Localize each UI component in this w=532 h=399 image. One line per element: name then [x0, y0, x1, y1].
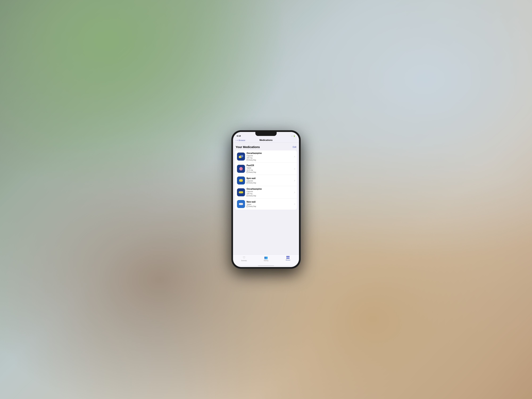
med-schedule: Every Day: [247, 205, 293, 207]
calendar-icon: [247, 206, 248, 207]
chevron-right-icon: ›: [294, 155, 295, 158]
calendar-icon: [247, 159, 248, 161]
med-name: Oxcarbazepine: [247, 152, 293, 154]
tab-summary[interactable]: ♡ Summary: [239, 256, 249, 261]
schedule-text: Every Day: [249, 195, 256, 197]
nav-title: Medications: [260, 139, 272, 141]
chevron-left-icon: ‹: [236, 139, 236, 141]
med-name: PaxiCR: [247, 164, 293, 167]
tab-browse-label: Browse: [286, 259, 290, 261]
med-name: Oxcarbazepine: [247, 188, 293, 190]
table-row[interactable]: Oxcarbazepine Capsule 150 mg Every Day ›: [235, 186, 297, 198]
chevron-right-icon: ›: [294, 203, 295, 205]
phone-screen: 6:18 ··· 🔋 ‹ < Browse Medications Your M…: [233, 132, 299, 267]
med-icon-8pm: [237, 177, 245, 184]
signal-icon: ···: [291, 135, 292, 137]
table-row[interactable]: Oxcarbazepine Capsule 300 mg Every Day ›: [235, 150, 297, 163]
home-indicator: [258, 266, 274, 266]
section-title: Your Medications: [236, 145, 260, 149]
schedule-text: Every Day: [249, 205, 256, 207]
med-icon-oxcarbazepine-300: [237, 152, 245, 160]
tab-sharing-label: Sharing: [264, 260, 268, 261]
nav-bar: ‹ < Browse Medications: [233, 138, 299, 143]
med-info: 8pm wali Capsule Every Day: [247, 177, 293, 184]
med-icon-paxicr: [237, 165, 245, 173]
med-dose: 300 mg: [247, 157, 293, 159]
tab-browse[interactable]: Browse: [283, 256, 293, 261]
status-time: 6:18: [237, 135, 241, 137]
med-schedule: Every Day: [247, 182, 293, 184]
med-schedule: Every Day: [247, 195, 293, 197]
calendar-icon: [247, 171, 248, 173]
pill-icon: [238, 155, 244, 158]
chevron-right-icon: ›: [294, 179, 295, 182]
content-area: Your Medications Edit Oxcarbazepine: [233, 143, 299, 254]
tab-sharing[interactable]: 👥 Sharing: [261, 256, 271, 261]
heart-icon: ♡: [243, 256, 245, 259]
chevron-right-icon: ›: [294, 168, 295, 170]
battery-icon: 🔋: [293, 135, 295, 137]
med-icon-new-wali: [237, 200, 245, 208]
med-type: Capsule: [247, 155, 293, 157]
med-name: 8pm wali: [247, 177, 293, 180]
status-icons: ··· 🔋: [291, 135, 295, 137]
pill-icon: [239, 167, 243, 171]
medications-list: Oxcarbazepine Capsule 300 mg Every Day ›: [235, 150, 297, 210]
med-info: PaxiCR Tablet 12.5 mg Every Day: [247, 164, 293, 173]
table-row[interactable]: PaxiCR Tablet 12.5 mg Every Day ›: [235, 163, 297, 175]
tab-bar: ♡ Summary 👥 Sharing Browse: [233, 254, 299, 265]
back-button[interactable]: ‹ < Browse: [236, 139, 245, 141]
schedule-text: Every Day: [249, 171, 256, 173]
section-header: Your Medications Edit: [233, 143, 299, 150]
pill-icon: [239, 203, 243, 205]
med-schedule: Every Day: [247, 159, 293, 161]
med-type: Tablet: [247, 203, 293, 205]
med-schedule: Every Day: [247, 171, 293, 173]
med-info: Oxcarbazepine Capsule 300 mg Every Day: [247, 152, 293, 161]
notch: [255, 132, 277, 136]
pill-icon: [239, 191, 243, 193]
table-row[interactable]: 8pm wali Capsule Every Day ›: [235, 175, 297, 186]
schedule-text: Every Day: [249, 159, 256, 161]
med-name: New wali: [247, 201, 293, 203]
back-label: < Browse: [237, 139, 245, 141]
people-icon: 👥: [264, 256, 268, 259]
med-type: Capsule: [247, 180, 293, 182]
med-info: New wali Tablet Every Day: [247, 201, 293, 207]
tab-summary-label: Summary: [241, 260, 247, 261]
schedule-text: Every Day: [249, 182, 256, 184]
pill-icon: [239, 179, 243, 182]
med-icon-oxcarbazepine-150: [237, 188, 245, 196]
med-dose: 150 mg: [247, 193, 293, 195]
phone-device: 6:18 ··· 🔋 ‹ < Browse Medications Your M…: [231, 130, 301, 269]
calendar-icon: [247, 182, 248, 184]
med-type: Tablet: [247, 167, 293, 169]
table-row[interactable]: New wali Tablet Every Day ›: [235, 198, 297, 210]
calendar-icon: [247, 195, 248, 196]
med-type: Capsule: [247, 190, 293, 192]
med-info: Oxcarbazepine Capsule 150 mg Every Day: [247, 188, 293, 197]
med-dose: 12.5 mg: [247, 169, 293, 171]
edit-button[interactable]: Edit: [293, 146, 296, 148]
phone-wrapper: 6:18 ··· 🔋 ‹ < Browse Medications Your M…: [231, 130, 301, 269]
chevron-right-icon: ›: [294, 191, 295, 194]
